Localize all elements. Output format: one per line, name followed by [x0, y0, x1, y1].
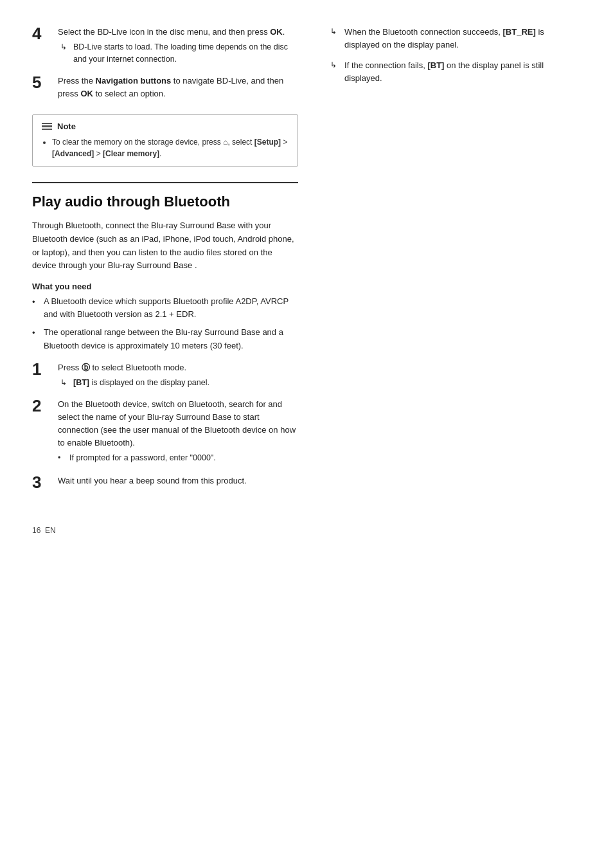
note-icon — [42, 123, 52, 131]
note-item: To clear the memory on the storage devic… — [52, 136, 289, 159]
rc-arrow-2: ↳ If the connection fails, [BT] on the d… — [330, 59, 581, 85]
note-header: Note — [42, 122, 289, 131]
arrow-icon-4: ↳ — [60, 42, 69, 51]
bt-step-3: 3 Wait until you hear a beep sound from … — [32, 475, 298, 492]
step-4-sub: ↳ BD-Live starts to load. The loading ti… — [60, 41, 298, 66]
section-intro: Through Bluetooth, connect the Blu-ray S… — [32, 219, 298, 273]
bt-step-number-2: 2 — [32, 397, 53, 415]
page-lang: EN — [45, 526, 56, 535]
bt-step-1-sub-text: [BT] is displayed on the display panel. — [73, 377, 209, 389]
what-you-need: What you need — [32, 282, 298, 291]
bullet-item-2: • The operational range between the Blu-… — [32, 326, 298, 352]
bullet-text-1: A Bluetooth device which supports Blueto… — [44, 295, 298, 321]
step-5-text: Press the Navigation buttons to navigate… — [58, 75, 298, 100]
section-title: Play audio through Bluetooth — [32, 194, 298, 210]
note-title: Note — [57, 122, 76, 131]
bt-step-1-text: Press ⓑ to select Bluetooth mode. — [58, 361, 298, 374]
right-column: ↳ When the Bluetooth connection succeeds… — [317, 26, 581, 500]
bt-step-1: 1 Press ⓑ to select Bluetooth mode. ↳ [B… — [32, 361, 298, 389]
step-5: 5 Press the Navigation buttons to naviga… — [32, 75, 298, 103]
right-arrows: ↳ When the Bluetooth connection succeeds… — [330, 26, 581, 86]
bt-step-number-3: 3 — [32, 473, 53, 492]
bt-step-3-content: Wait until you hear a beep sound from th… — [58, 475, 298, 490]
note-content: To clear the memory on the storage devic… — [42, 136, 289, 159]
bullet-dot-2: • — [32, 327, 41, 339]
note-box: Note To clear the memory on the storage … — [32, 114, 298, 167]
rc-arrow-icon-1: ↳ — [330, 27, 339, 36]
bt-step-2-content: On the Bluetooth device, switch on Bluet… — [58, 398, 298, 466]
step-4-text: Select the BD-Live icon in the disc menu… — [58, 26, 298, 39]
step-5-content: Press the Navigation buttons to navigate… — [58, 75, 298, 103]
bt-step-3-text: Wait until you hear a beep sound from th… — [58, 475, 298, 487]
sub-bullet-dot-1: • — [58, 452, 67, 464]
step-4-content: Select the BD-Live icon in the disc menu… — [58, 26, 298, 66]
rc-arrow-icon-2: ↳ — [330, 60, 339, 69]
rc-arrow-text-1: When the Bluetooth connection succeeds, … — [344, 26, 581, 51]
rc-arrow-1: ↳ When the Bluetooth connection succeeds… — [330, 26, 581, 51]
rc-arrow-text-2: If the connection fails, [BT] on the dis… — [344, 59, 581, 85]
bt-step-2-subbullet-1: • If prompted for a password, enter "000… — [58, 452, 298, 464]
section-divider — [32, 182, 298, 183]
bt-step-number-1: 1 — [32, 360, 53, 379]
bullet-text-2: The operational range between the Blu-ra… — [44, 326, 298, 352]
bt-step-2-subbullet-text: If prompted for a password, enter "0000"… — [69, 452, 216, 464]
step-number-5: 5 — [32, 73, 53, 92]
step-number-4: 4 — [32, 24, 53, 43]
arrow-icon-bt1: ↳ — [60, 378, 69, 387]
bullet-list: • A Bluetooth device which supports Blue… — [32, 295, 298, 352]
bt-step-2-text: On the Bluetooth device, switch on Bluet… — [58, 398, 298, 450]
bullet-item-1: • A Bluetooth device which supports Blue… — [32, 295, 298, 321]
step-4: 4 Select the BD-Live icon in the disc me… — [32, 26, 298, 66]
bt-step-2: 2 On the Bluetooth device, switch on Blu… — [32, 398, 298, 466]
step-4-sub-text: BD-Live starts to load. The loading time… — [73, 41, 298, 66]
page-number: 16 — [32, 526, 40, 535]
page-footer: 16 EN — [32, 526, 581, 535]
bt-step-2-subbullets: • If prompted for a password, enter "000… — [58, 452, 298, 464]
bt-step-1-content: Press ⓑ to select Bluetooth mode. ↳ [BT]… — [58, 361, 298, 389]
bullet-dot-1: • — [32, 296, 41, 309]
bt-step-1-sub: ↳ [BT] is displayed on the display panel… — [60, 377, 298, 389]
